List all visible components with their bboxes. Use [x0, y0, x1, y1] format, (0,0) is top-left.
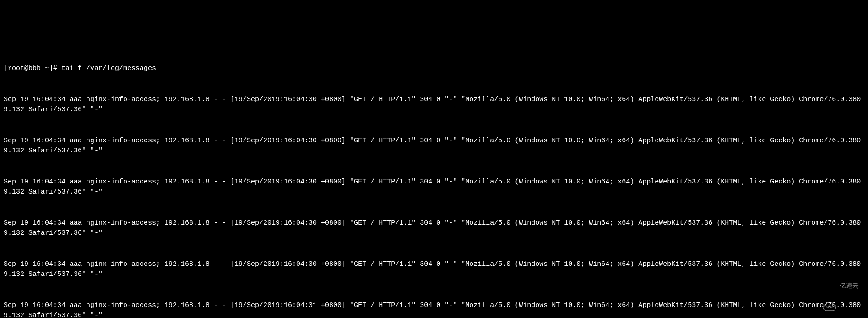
log-line: Sep 19 16:04:34 aaa nginx-info-access; 1…	[4, 218, 864, 239]
log-line: Sep 19 16:04:34 aaa nginx-info-access; 1…	[4, 177, 864, 198]
watermark-text: 亿速云	[840, 281, 859, 291]
cloud-icon	[822, 280, 837, 291]
command-prompt-line: [root@bbb ~]# tailf /var/log/messages	[4, 64, 864, 74]
terminal-output[interactable]: [root@bbb ~]# tailf /var/log/messages Se…	[4, 43, 864, 318]
svg-point-1	[830, 306, 833, 308]
log-line: Sep 19 16:04:34 aaa nginx-info-access; 1…	[4, 259, 864, 280]
svg-point-0	[827, 306, 829, 308]
log-line: Sep 19 16:04:34 aaa nginx-info-access; 1…	[4, 136, 864, 156]
svg-point-2	[829, 305, 830, 306]
log-line: Sep 19 16:04:34 aaa nginx-info-access; 1…	[4, 95, 864, 115]
watermark: 亿速云	[822, 280, 859, 291]
log-line: Sep 19 16:04:34 aaa nginx-info-access; 1…	[4, 301, 864, 318]
